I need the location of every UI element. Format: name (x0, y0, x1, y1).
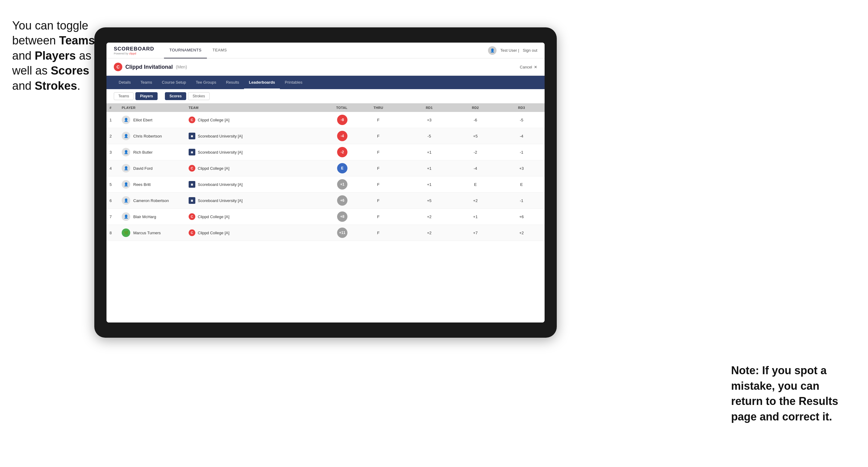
rd2-cell: +7 (453, 225, 499, 241)
tournament-logo: C (114, 63, 122, 71)
tablet-screen: SCOREBOARD Powered by clippd TOURNAMENTS… (106, 42, 545, 322)
player-avatar: 👤 (122, 212, 130, 221)
toggle-strokes-button[interactable]: Strokes (188, 92, 210, 100)
top-nav: SCOREBOARD Powered by clippd TOURNAMENTS… (106, 42, 545, 58)
leaderboard-table: # PLAYER TEAM TOTAL THRU RD1 RD2 RD3 1 👤 (106, 103, 545, 322)
rank-cell: 2 (106, 128, 119, 144)
rd2-cell: E (453, 177, 499, 193)
close-icon: ✕ (534, 65, 537, 69)
tab-results[interactable]: Results (221, 76, 244, 89)
thru-cell: F (350, 193, 406, 209)
player-cell: 👤 Rich Butler (119, 144, 186, 160)
team-name: Clippd College [A] (198, 166, 229, 171)
score-badge: E (337, 163, 347, 174)
team-logo: ▦ (189, 181, 195, 188)
toggle-scores-button[interactable]: Scores (165, 92, 186, 100)
player-cell: 👤 Cameron Robertson (119, 193, 186, 209)
tab-teams[interactable]: Teams (136, 76, 157, 89)
team-name: Scoreboard University [A] (198, 198, 243, 203)
player-name: Rees Britt (133, 182, 151, 187)
toggle-teams-button[interactable]: Teams (114, 92, 133, 100)
player-name: Chris Robertson (133, 134, 162, 138)
tab-course-setup[interactable]: Course Setup (157, 76, 191, 89)
thru-cell: F (350, 112, 406, 128)
nav-links: TOURNAMENTS TEAMS (164, 42, 488, 58)
tablet-shell: SCOREBOARD Powered by clippd TOURNAMENTS… (94, 27, 557, 338)
thru-cell: F (350, 144, 406, 160)
team-name: Clippd College [A] (198, 230, 229, 235)
team-logo: C (189, 117, 195, 123)
player-cell: 👤 Blair McHarg (119, 209, 186, 225)
player-name: Rich Butler (133, 150, 153, 155)
score-badge: +6 (337, 195, 347, 206)
tab-tee-groups[interactable]: Tee Groups (191, 76, 221, 89)
logo-text: SCOREBOARD (114, 46, 154, 52)
rd3-cell: -4 (498, 128, 545, 144)
total-cell: +11 (289, 225, 350, 241)
player-avatar: 🌿 (122, 228, 130, 237)
rd1-cell: +1 (406, 144, 453, 160)
logo-sub: Powered by clippd (114, 52, 154, 55)
tab-printables[interactable]: Printables (280, 76, 307, 89)
total-cell: E (289, 160, 350, 177)
toggle-players-button[interactable]: Players (135, 92, 158, 100)
total-cell: +8 (289, 209, 350, 225)
rd1-cell: +3 (406, 112, 453, 128)
player-name: David Ford (133, 166, 153, 171)
tournament-name: Clippd Invitational (125, 64, 173, 70)
player-avatar: 👤 (122, 116, 130, 124)
score-badge: +11 (337, 227, 347, 238)
player-avatar: 👤 (122, 180, 130, 189)
col-header-thru: THRU (350, 103, 406, 112)
rd2-cell: +1 (453, 209, 499, 225)
team-name: Scoreboard University [A] (198, 182, 243, 187)
thru-cell: F (350, 225, 406, 241)
team-cell: C Clippd College [A] (186, 225, 289, 241)
tab-details[interactable]: Details (114, 76, 136, 89)
nav-link-teams[interactable]: TEAMS (207, 42, 232, 58)
rd2-cell: +2 (453, 193, 499, 209)
rd2-cell: -6 (453, 112, 499, 128)
player-cell: 👤 Chris Robertson (119, 128, 186, 144)
cancel-button[interactable]: Cancel ✕ (520, 65, 537, 69)
rd3-cell: -5 (498, 112, 545, 128)
right-annotation: Note: If you spot a mistake, you can ret… (731, 363, 853, 425)
user-label: Test User | (500, 48, 519, 53)
team-logo: ▦ (189, 149, 195, 155)
team-cell: ▦ Scoreboard University [A] (186, 144, 289, 160)
team-cell: C Clippd College [A] (186, 160, 289, 177)
total-cell: +6 (289, 193, 350, 209)
team-logo: ▦ (189, 197, 195, 204)
tabs-bar: Details Teams Course Setup Tee Groups Re… (106, 76, 545, 89)
tab-leaderboards[interactable]: Leaderboards (244, 76, 280, 89)
score-badge: +8 (337, 212, 347, 222)
team-logo: C (189, 165, 195, 172)
left-annotation: You can toggle between Teams and Players… (12, 18, 97, 93)
total-cell: +1 (289, 177, 350, 193)
rank-cell: 8 (106, 225, 119, 241)
thru-cell: F (350, 128, 406, 144)
nav-link-tournaments[interactable]: TOURNAMENTS (164, 42, 207, 58)
rd1-cell: +2 (406, 225, 453, 241)
rank-cell: 1 (106, 112, 119, 128)
tournament-title: C Clippd Invitational (Men) (114, 63, 187, 71)
team-name: Scoreboard University [A] (198, 150, 243, 155)
player-name: Marcus Turners (133, 230, 161, 235)
team-logo: C (189, 213, 195, 220)
score-badge: -4 (337, 131, 347, 141)
thru-cell: F (350, 177, 406, 193)
table-row: 5 👤 Rees Britt ▦ Scoreboard University [… (106, 177, 545, 193)
col-header-rd3: RD3 (498, 103, 545, 112)
rd3-cell: +6 (498, 209, 545, 225)
player-avatar: 👤 (122, 164, 130, 173)
team-name: Scoreboard University [A] (198, 134, 243, 138)
col-header-rank: # (106, 103, 119, 112)
score-badge: -2 (337, 147, 347, 157)
player-name: Cameron Robertson (133, 198, 169, 203)
total-cell: -4 (289, 128, 350, 144)
sign-out-link[interactable]: Sign out (523, 48, 537, 53)
player-cell: 🌿 Marcus Turners (119, 225, 186, 241)
table-row: 2 👤 Chris Robertson ▦ Scoreboard Univers… (106, 128, 545, 144)
players-table: # PLAYER TEAM TOTAL THRU RD1 RD2 RD3 1 👤 (106, 103, 545, 241)
score-badge: -8 (337, 115, 347, 125)
